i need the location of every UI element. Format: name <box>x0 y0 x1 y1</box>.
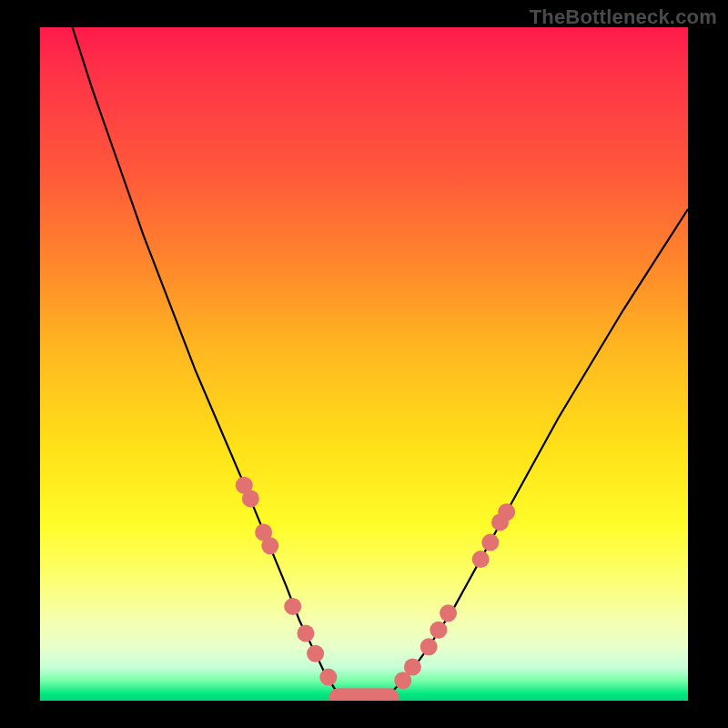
data-marker <box>481 534 499 551</box>
plot-area <box>40 27 688 701</box>
data-marker <box>420 638 438 655</box>
data-marker <box>284 598 301 615</box>
chart-frame: TheBottleneck.com <box>0 0 728 728</box>
data-marker <box>404 659 421 676</box>
data-marker <box>430 622 447 639</box>
data-marker <box>242 490 259 508</box>
watermark-text: TheBottleneck.com <box>530 5 717 29</box>
bottleneck-curve <box>73 27 688 701</box>
data-marker <box>498 503 515 521</box>
data-markers <box>236 477 515 690</box>
data-marker <box>472 551 490 568</box>
data-marker <box>261 537 278 554</box>
data-marker <box>440 604 457 622</box>
data-marker <box>319 669 337 686</box>
chart-overlay <box>40 27 688 701</box>
data-marker <box>307 645 324 662</box>
data-marker <box>297 625 314 642</box>
